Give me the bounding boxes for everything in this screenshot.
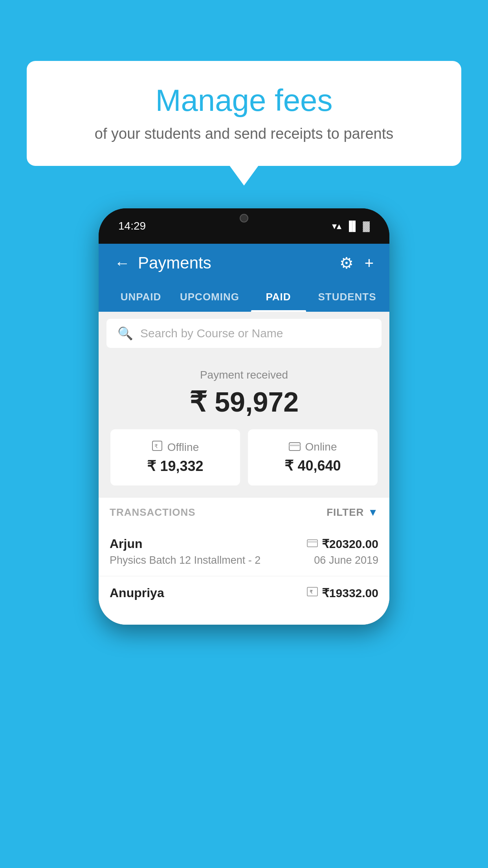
- tab-paid[interactable]: PAID: [244, 282, 313, 312]
- transactions-label: TRANSACTIONS: [110, 506, 196, 519]
- bubble-card: Manage fees of your students and send re…: [27, 61, 461, 166]
- search-input[interactable]: Search by Course or Name: [140, 327, 283, 340]
- tab-students[interactable]: STUDENTS: [313, 282, 382, 312]
- transaction-row-partial[interactable]: Anupriya ₹ ₹19332.00: [99, 576, 389, 613]
- online-label: Online: [305, 441, 337, 453]
- transaction-amount: ₹20320.00: [307, 537, 378, 551]
- add-icon[interactable]: +: [365, 254, 374, 272]
- payment-summary: Payment received ₹ 59,972 ₹ Offline: [99, 355, 389, 497]
- signal-icon: ▐▌: [345, 221, 359, 232]
- payment-cards: ₹ Offline ₹ 19,332: [110, 429, 378, 485]
- payment-amount: ₹ 59,972: [110, 386, 378, 418]
- status-time: 14:29: [118, 220, 146, 232]
- online-amount: ₹ 40,640: [257, 458, 368, 474]
- offline-amount: ₹ 19,332: [120, 458, 231, 474]
- svg-rect-5: [307, 541, 317, 542]
- tab-upcoming[interactable]: UPCOMING: [175, 282, 244, 312]
- course-name: Physics Batch 12 Installment - 2: [110, 554, 261, 566]
- payment-type-icon-2: ₹: [307, 587, 318, 599]
- transaction-top: Arjun ₹20320.00: [110, 537, 378, 551]
- battery-icon: ▓: [363, 221, 370, 232]
- online-icon: [289, 440, 301, 454]
- status-bar: 14:29 ▾▴ ▐▌ ▓: [99, 208, 389, 244]
- tab-unpaid[interactable]: UNPAID: [106, 282, 175, 312]
- tabs: UNPAID UPCOMING PAID STUDENTS: [99, 282, 389, 312]
- wifi-icon: ▾▴: [332, 221, 341, 232]
- search-bar[interactable]: 🔍 Search by Course or Name: [106, 319, 382, 348]
- camera: [240, 214, 248, 223]
- svg-rect-4: [307, 540, 317, 547]
- svg-text:₹: ₹: [154, 443, 158, 449]
- transaction-amount-2: ₹ ₹19332.00: [307, 586, 378, 600]
- bubble-subtitle: of your students and send receipts to pa…: [50, 125, 438, 142]
- filter-button[interactable]: FILTER ▼: [327, 506, 378, 519]
- header-left: ← Payments: [114, 254, 211, 272]
- svg-rect-2: [289, 443, 300, 451]
- student-name: Arjun: [110, 537, 143, 551]
- online-card-header: Online: [257, 440, 368, 454]
- offline-icon: ₹: [152, 440, 163, 454]
- speech-bubble: Manage fees of your students and send re…: [27, 61, 461, 166]
- transactions-header: TRANSACTIONS FILTER ▼: [99, 497, 389, 527]
- payment-label: Payment received: [110, 369, 378, 381]
- transaction-date: 06 June 2019: [314, 554, 378, 566]
- amount-value: ₹20320.00: [322, 537, 378, 551]
- student-name-2: Anupriya: [110, 586, 164, 600]
- app-content: ← Payments ⚙ + UNPAID UPCOMING PAID STUD…: [99, 244, 389, 625]
- offline-card-header: ₹ Offline: [120, 440, 231, 454]
- app-header: ← Payments ⚙ +: [99, 244, 389, 282]
- amount-value-2: ₹19332.00: [322, 586, 378, 600]
- transaction-bottom: Physics Batch 12 Installment - 2 06 June…: [110, 554, 378, 566]
- phone-bottom: [99, 613, 389, 625]
- phone-frame: 14:29 ▾▴ ▐▌ ▓ ← Payments ⚙ + UNPAID UPCO…: [99, 208, 389, 625]
- svg-text:₹: ₹: [310, 589, 313, 595]
- search-icon: 🔍: [117, 326, 133, 341]
- online-card: Online ₹ 40,640: [248, 429, 378, 485]
- search-container: 🔍 Search by Course or Name: [99, 312, 389, 355]
- notch: [220, 208, 268, 228]
- settings-icon[interactable]: ⚙: [339, 254, 354, 272]
- payment-type-icon: [307, 538, 318, 550]
- status-icons: ▾▴ ▐▌ ▓: [332, 221, 370, 232]
- filter-label: FILTER: [327, 506, 364, 519]
- bubble-title: Manage fees: [50, 83, 438, 118]
- transaction-row[interactable]: Arjun ₹20320.00 Physics Batch 12 Install…: [99, 527, 389, 576]
- filter-icon: ▼: [368, 506, 378, 519]
- transaction-top-2: Anupriya ₹ ₹19332.00: [110, 586, 378, 600]
- app-title: Payments: [138, 254, 211, 272]
- offline-label: Offline: [167, 441, 199, 454]
- svg-rect-3: [289, 445, 300, 446]
- offline-card: ₹ Offline ₹ 19,332: [110, 429, 240, 485]
- header-right: ⚙ +: [339, 254, 374, 272]
- back-button[interactable]: ←: [114, 254, 130, 272]
